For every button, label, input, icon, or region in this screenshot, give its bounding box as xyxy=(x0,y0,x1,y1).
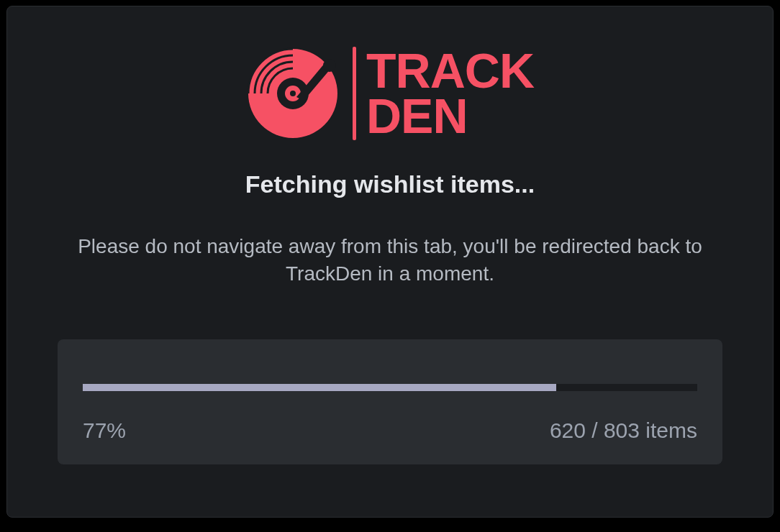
svg-point-3 xyxy=(290,91,296,96)
progress-count: 620 / 803 items xyxy=(550,418,697,443)
loading-heading: Fetching wishlist items... xyxy=(245,170,535,198)
brand-line-2: DEN xyxy=(366,93,534,139)
progress-bar-fill xyxy=(83,384,556,391)
svg-point-4 xyxy=(323,59,336,72)
logo-divider xyxy=(353,47,356,140)
loading-modal: TRACK DEN Fetching wishlist items... Ple… xyxy=(6,6,774,518)
loading-subtext: Please do not navigate away from this ta… xyxy=(59,233,721,288)
brand-logo: TRACK DEN xyxy=(246,47,534,140)
vinyl-record-icon xyxy=(246,47,340,140)
progress-labels: 77% 620 / 803 items xyxy=(83,418,697,443)
progress-card: 77% 620 / 803 items xyxy=(58,339,722,464)
progress-percent: 77% xyxy=(83,418,126,443)
brand-line-1: TRACK xyxy=(366,48,534,93)
brand-name: TRACK DEN xyxy=(366,48,534,138)
progress-bar-track xyxy=(83,384,697,391)
